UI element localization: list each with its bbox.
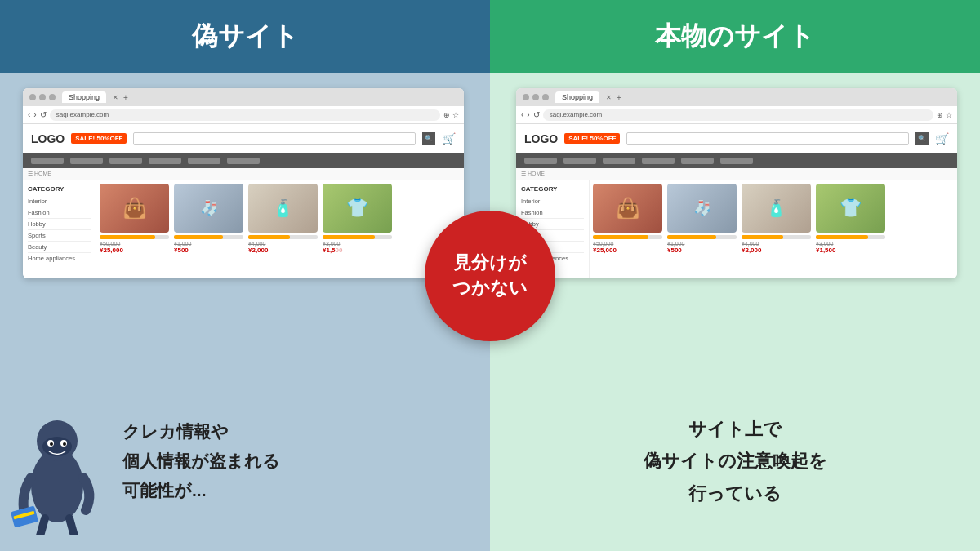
sidebar-item-fashion[interactable]: Fashion (521, 207, 584, 219)
indistinguishable-badge: 見分けが つかない (425, 211, 555, 341)
product-card-handbag[interactable]: 👜 ¥50,000 ¥25,000 (593, 184, 662, 254)
browser-actions: ⊕ ☆ (443, 111, 459, 119)
price-row: ¥1,000 ¥500 (174, 241, 243, 254)
shop-header: LOGO SALE! 50%OFF 🔍 🛒 (23, 124, 464, 153)
tab-close[interactable]: ✕ (606, 94, 612, 101)
tab-close[interactable]: ✕ (113, 94, 118, 101)
product-card-shirt[interactable]: 👕 ¥3,000 ¥1,500 (323, 184, 392, 254)
nav-item[interactable] (642, 158, 675, 164)
search-icon[interactable]: 🔍 (915, 132, 929, 145)
browser-tab[interactable]: Shopping (62, 91, 106, 103)
close-dot (29, 94, 36, 100)
price-new: ¥25,000 (593, 247, 662, 254)
price-old: ¥1,000 (667, 241, 737, 247)
product-card-handbag[interactable]: 👜 ¥50,000 ¥25,000 (100, 184, 169, 254)
cart-icon[interactable]: 🛒 (442, 132, 456, 145)
forward-button[interactable]: › (33, 110, 36, 119)
search-input[interactable] (133, 132, 416, 145)
shop-body-right: CATEGORY Interior Fashion Hobby Sports B… (516, 180, 957, 278)
rating-bar (100, 235, 169, 239)
product-card-shirt[interactable]: 👕 ¥3,000 ¥1,500 (816, 184, 885, 254)
shop-content: 👜 ¥50,000 ¥25,000 🧦 ¥1,000 ¥500 (96, 180, 464, 278)
price-new: ¥500 (667, 247, 737, 254)
nav-item[interactable] (564, 158, 596, 164)
sidebar-item-hobby[interactable]: Hobby (28, 219, 91, 230)
left-bottom-section: クレカ情報や 個人情報が盗まれる 可能性が... (0, 371, 490, 551)
url-field[interactable]: saql.example.com (543, 109, 933, 121)
shop-body: CATEGORY Interior Fashion Hobby Sports B… (23, 180, 464, 278)
back-button[interactable]: ‹ (521, 110, 523, 119)
handbag-image: 👜 (593, 184, 662, 233)
new-tab-button[interactable]: + (123, 93, 128, 102)
refresh-button[interactable]: ↺ (40, 110, 47, 119)
svg-point-2 (42, 437, 72, 456)
search-input[interactable] (626, 132, 909, 145)
nav-item[interactable] (681, 158, 714, 164)
price-row: ¥1,000 ¥500 (667, 241, 737, 254)
price-row: ¥50,000 ¥25,000 (100, 241, 169, 254)
sidebar-item-interior[interactable]: Interior (28, 196, 91, 207)
header-left: 偽サイト (0, 0, 490, 73)
sidebar-item-home[interactable]: Home appliances (28, 253, 91, 264)
product-card-lotion[interactable]: 🧴 ¥4,000 ¥2,000 (742, 184, 811, 254)
price-row: ¥50,000 ¥25,000 (593, 241, 662, 254)
shop-breadcrumb: ☰ HOME (23, 168, 464, 180)
circle-text: 見分けが つかない (452, 251, 528, 301)
sidebar-item-fashion[interactable]: Fashion (28, 207, 91, 219)
nav-item[interactable] (227, 158, 260, 164)
sidebar-item-sports[interactable]: Sports (28, 230, 91, 242)
nav-item[interactable] (70, 158, 103, 164)
product-card-lotion[interactable]: 🧴 ¥4,000 ¥2,000 (248, 184, 318, 254)
rating-bar (816, 235, 885, 239)
nav-item[interactable] (524, 158, 557, 164)
shop-nav (23, 153, 464, 168)
left-description-text: クレカ情報や 個人情報が盗まれる 可能性が... (122, 417, 474, 504)
product-card-socks[interactable]: 🧦 ¥1,000 ¥500 (174, 184, 243, 254)
lotion-image: 🧴 (742, 184, 811, 233)
shirt-image: 👕 (816, 184, 885, 233)
lotion-image: 🧴 (248, 184, 318, 233)
nav-item[interactable] (603, 158, 635, 164)
search-icon[interactable]: 🔍 (422, 132, 435, 145)
max-dot (49, 94, 56, 100)
rating-bar (593, 235, 662, 239)
sidebar-item-interior[interactable]: Interior (521, 196, 584, 207)
product-card-socks[interactable]: 🧦 ¥1,000 ¥500 (667, 184, 737, 254)
right-addressbar: ‹ › ↺ saql.example.com ⊕ ☆ (516, 106, 957, 124)
price-new: ¥2,000 (742, 247, 811, 254)
nav-item[interactable] (188, 158, 220, 164)
url-field[interactable]: saql.example.com (50, 109, 440, 121)
min-dot (532, 94, 539, 100)
min-dot (39, 94, 46, 100)
shop-content-right: 👜 ¥50,000 ¥25,000 🧦 ¥1,000 ¥500 (590, 180, 957, 278)
browser-tab[interactable]: Shopping (555, 91, 599, 103)
left-browser-titlebar: Shopping ✕ + (23, 88, 464, 106)
sidebar-item-beauty[interactable]: Beauty (28, 242, 91, 253)
rating-bar (323, 235, 392, 239)
forward-button[interactable]: › (527, 110, 529, 119)
nav-item[interactable] (149, 158, 181, 164)
right-browser-mockup: Shopping ✕ + ‹ › ↺ saql.example.com ⊕ ☆ … (516, 88, 957, 278)
right-description-text: サイト上で 偽サイトの注意喚起を 行っている (644, 413, 827, 510)
shop-breadcrumb-right: ☰ HOME (516, 168, 957, 180)
nav-item[interactable] (31, 158, 64, 164)
nav-item[interactable] (109, 158, 142, 164)
back-button[interactable]: ‹ (28, 110, 30, 119)
svg-point-5 (50, 442, 53, 446)
product-grid-right: 👜 ¥50,000 ¥25,000 🧦 ¥1,000 ¥500 (593, 184, 954, 254)
new-tab-button[interactable]: + (617, 93, 621, 102)
socks-image: 🧦 (174, 184, 243, 233)
rating-bar (667, 235, 737, 239)
price-row: ¥4,000 ¥2,000 (742, 241, 811, 254)
refresh-button[interactable]: ↺ (533, 110, 540, 119)
price-row: ¥3,000 ¥1,500 (816, 241, 885, 254)
close-dot (523, 94, 529, 100)
product-grid: 👜 ¥50,000 ¥25,000 🧦 ¥1,000 ¥500 (100, 184, 461, 254)
right-browser-titlebar: Shopping ✕ + (516, 88, 957, 106)
price-new: ¥1,500 (816, 247, 885, 254)
price-new: ¥25,000 (100, 247, 169, 254)
socks-image: 🧦 (667, 184, 737, 233)
cart-icon[interactable]: 🛒 (935, 132, 949, 145)
nav-item[interactable] (720, 158, 753, 164)
right-bottom-section: サイト上で 偽サイトの注意喚起を 行っている (490, 371, 980, 551)
